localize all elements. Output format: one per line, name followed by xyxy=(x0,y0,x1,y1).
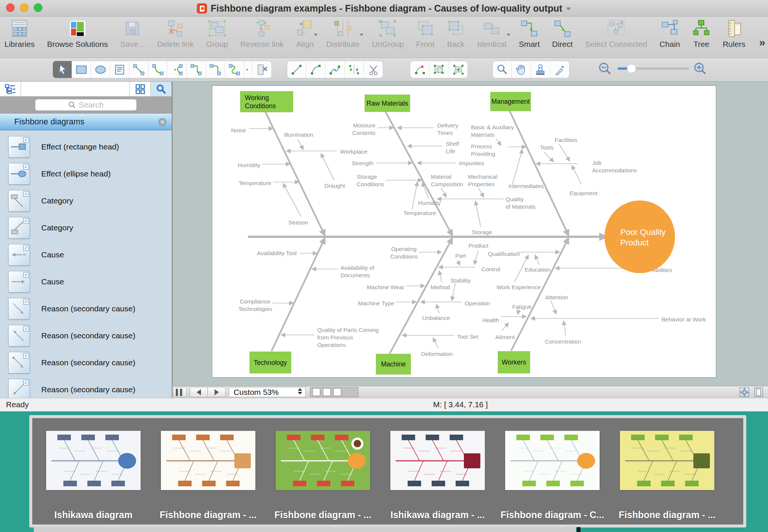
cause-label[interactable]: Materials xyxy=(471,132,495,138)
page-tab-3[interactable] xyxy=(333,388,341,396)
line-tool[interactable] xyxy=(287,61,306,78)
multi-select-tool[interactable] xyxy=(448,61,468,78)
cause-label[interactable]: Product xyxy=(468,242,489,249)
connector-curved-tool[interactable] xyxy=(225,61,244,78)
cause-label[interactable]: Intermediates xyxy=(508,183,544,189)
sidebar-search-button[interactable] xyxy=(151,82,172,96)
toolbar-overflow-chevron[interactable]: » xyxy=(759,36,764,49)
cause-label[interactable]: Delivery xyxy=(437,122,458,129)
connector-bezier-tool[interactable] xyxy=(168,61,187,78)
reshape-tool[interactable] xyxy=(410,61,429,78)
example-thumbnail[interactable] xyxy=(46,431,141,490)
single-page-view-button[interactable] xyxy=(752,387,765,397)
spline-tool[interactable] xyxy=(326,61,345,78)
cause-label[interactable]: of Materials xyxy=(506,203,536,210)
pause-button[interactable]: ▌▌ xyxy=(173,387,187,397)
zoom-level-select[interactable]: Custom 53% xyxy=(229,387,306,397)
library-shape-reason-c[interactable]: ✓ Reason (secondary cause) xyxy=(0,349,172,376)
cause-label[interactable]: Shelf xyxy=(446,140,459,147)
cause-label[interactable]: Storage xyxy=(357,173,377,180)
cause-label[interactable]: Operating xyxy=(391,246,417,252)
cause-label[interactable]: Draught xyxy=(324,182,345,189)
library-shape-reason-a[interactable]: ✓ Reason (secondary cause) xyxy=(0,295,172,322)
connector-rounded-tool[interactable] xyxy=(206,61,225,78)
toolbar-button-browse-solutions[interactable]: Browse Solutions xyxy=(45,17,110,49)
cause-label[interactable]: Equipment xyxy=(570,190,598,196)
cause-label[interactable]: Providing xyxy=(471,151,495,157)
zoom-out-button[interactable] xyxy=(600,63,610,74)
cause-label[interactable]: Temperature xyxy=(238,180,271,186)
category-box[interactable]: Raw Materials xyxy=(365,95,410,112)
category-box[interactable]: Management xyxy=(490,92,531,111)
cause-label[interactable]: Impurities xyxy=(459,160,484,166)
cause-label[interactable]: Workplace xyxy=(340,148,368,155)
cause-label[interactable]: Control xyxy=(482,266,500,272)
cause-label[interactable]: Quality of Parts Coming xyxy=(317,327,379,333)
cause-label[interactable]: Noise xyxy=(231,127,246,133)
arc-tool[interactable] xyxy=(306,61,326,78)
cause-label[interactable]: Health xyxy=(482,317,499,323)
shape-checkbox-icon[interactable]: ✓ xyxy=(23,218,29,224)
cause-label[interactable]: Work Experience xyxy=(496,284,541,290)
cause-label[interactable]: Behavior at Work xyxy=(662,316,706,323)
library-shape-cause-left[interactable]: ✓ Cause xyxy=(0,241,172,268)
toolbar-button-tree[interactable]: Tree xyxy=(690,17,712,49)
toolbar-button-chain[interactable]: Chain xyxy=(657,17,682,49)
disconnect-tool[interactable] xyxy=(252,61,272,78)
stamp-tool[interactable] xyxy=(531,61,550,78)
shape-checkbox-icon[interactable]: ✓ xyxy=(23,326,29,332)
example-thumbnail[interactable] xyxy=(620,431,714,490)
text-tool[interactable] xyxy=(110,61,129,78)
cause-label[interactable]: Properties xyxy=(468,181,495,187)
cause-label[interactable]: Job xyxy=(592,160,602,166)
cause-label[interactable]: Temperature xyxy=(404,210,436,216)
category-box[interactable]: WorkingConditions xyxy=(240,91,293,112)
cause-label[interactable]: Conditions xyxy=(357,181,384,187)
cause-label[interactable]: Life xyxy=(446,148,455,154)
cause-label[interactable]: Material xyxy=(431,173,452,180)
drawing-canvas[interactable]: NoiseIlluminationWorkplaceDraughtHumidit… xyxy=(172,82,768,386)
search-input[interactable]: Search xyxy=(35,99,137,111)
filmstrip-item[interactable]: Ishikawa diagram - ... xyxy=(380,418,495,525)
document-page[interactable]: NoiseIlluminationWorkplaceDraughtHumidit… xyxy=(212,85,716,378)
mirror-tool[interactable] xyxy=(345,61,364,78)
effect-ellipse[interactable]: Poor QualityProduct xyxy=(604,200,675,273)
crop-selection-tool[interactable] xyxy=(429,61,448,78)
cause-label[interactable]: Machine Type xyxy=(358,300,394,306)
pan-hand-tool[interactable] xyxy=(512,61,531,78)
filmstrip-item[interactable]: Fishbone diagram - ... xyxy=(151,418,266,525)
category-box[interactable]: Machine xyxy=(376,354,411,374)
library-shape-cause-right[interactable]: ✓ Cause xyxy=(0,268,172,295)
cause-label[interactable]: Tools xyxy=(540,144,554,151)
close-library-icon[interactable]: ✕ xyxy=(158,118,166,126)
shape-checkbox-icon[interactable]: ✓ xyxy=(23,380,29,386)
zoom-slider[interactable] xyxy=(618,64,689,73)
library-shape-reason-d[interactable]: ✓ Reason (secondary cause) xyxy=(0,376,172,398)
cause-label[interactable]: Times xyxy=(437,130,453,136)
zoom-tool[interactable] xyxy=(493,61,512,78)
cause-label[interactable]: Quality xyxy=(506,196,524,202)
library-section-header[interactable]: Fishbone diagrams ✕ xyxy=(0,113,172,130)
example-thumbnail[interactable] xyxy=(390,431,485,490)
previous-page-button[interactable] xyxy=(190,387,208,397)
shape-checkbox-icon[interactable]: ✓ xyxy=(23,245,29,251)
shape-checkbox-icon[interactable]: ✓ xyxy=(23,299,29,305)
cause-label[interactable]: Availability Tool xyxy=(257,250,297,256)
cause-label[interactable]: Contents xyxy=(352,130,375,136)
connector-tools-caret[interactable] xyxy=(244,61,252,78)
example-thumbnail[interactable] xyxy=(276,431,370,490)
connector-elbow-tool[interactable] xyxy=(187,61,206,78)
cause-label[interactable]: Storage xyxy=(472,229,492,235)
cause-label[interactable]: Operations xyxy=(317,342,346,348)
grid-view-button[interactable] xyxy=(130,82,151,96)
toolbar-button-rulers[interactable]: Rulers xyxy=(720,17,748,49)
cause-label[interactable]: Humidity xyxy=(238,162,261,168)
cause-label[interactable]: Tool Set xyxy=(457,333,478,340)
shape-checkbox-icon[interactable]: ✓ xyxy=(23,272,29,278)
connector-straight-tool[interactable] xyxy=(129,61,148,78)
filmstrip-item[interactable]: Fishbone diagram - ... xyxy=(610,418,724,525)
category-box[interactable]: Technology xyxy=(250,352,291,373)
filmstrip-item[interactable]: Fishbone diagram - C... xyxy=(495,418,610,525)
cause-label[interactable]: Operation xyxy=(465,300,490,306)
cause-label[interactable]: Conditions xyxy=(390,253,418,260)
